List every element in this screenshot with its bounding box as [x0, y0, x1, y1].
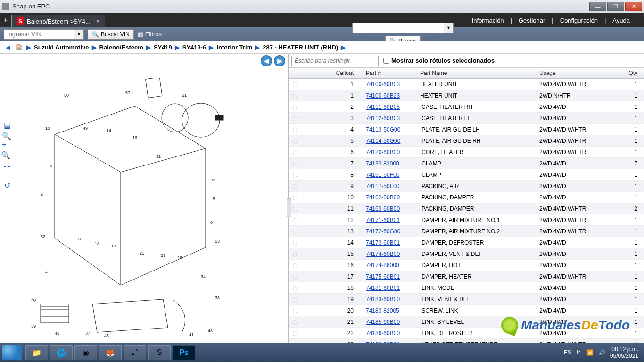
row-info-icon[interactable]: ◌ [289, 248, 301, 260]
crumb-1[interactable]: Baleno/Esteem [99, 44, 143, 51]
photoshop-icon[interactable]: Ps [173, 345, 195, 360]
vin-input[interactable] [4, 29, 74, 40]
table-row[interactable]: ◌174100-60B23HEATER UNIT2WD:N/HTR1 [289, 90, 644, 101]
tray-volume-icon[interactable]: 🔊 [598, 349, 605, 356]
table-row[interactable]: ◌1174163-60B00.PACKING, DAMPER2WD,4WD:W/… [289, 203, 644, 214]
table-row[interactable]: ◌2274186-60B00.LINK, DEFROSTER2WD,4WD1 [289, 328, 644, 339]
back-icon[interactable]: ◀ [4, 43, 12, 52]
row-info-icon[interactable]: ◌ [289, 169, 301, 181]
lang-indicator[interactable]: ES [564, 349, 571, 356]
part-link[interactable]: 74100-60B23 [366, 92, 400, 99]
row-info-icon[interactable]: ◌ [289, 158, 301, 169]
part-link[interactable]: 74162-60B00 [366, 194, 400, 201]
row-info-icon[interactable]: ◌ [289, 181, 301, 192]
explorer-icon[interactable]: 📁 [25, 345, 48, 360]
part-link[interactable]: 74133-82000 [366, 160, 399, 167]
table-row[interactable]: ◌1974183-60B00.LINK, VENT & DEF2WD,4WD1 [289, 294, 644, 305]
row-info-icon[interactable]: ◌ [289, 260, 301, 271]
maximize-button[interactable]: ☐ [607, 2, 624, 11]
app-tab[interactable]: S Baleno/Esteem >SY4... × [11, 15, 105, 27]
crumb-5[interactable]: 287 - HEATER UNIT (RHD) [263, 44, 338, 51]
snapon-icon[interactable]: S [148, 345, 171, 360]
row-info-icon[interactable]: ◌ [289, 147, 301, 158]
row-info-icon[interactable]: ◌ [289, 79, 301, 90]
search-dropdown[interactable]: ▼ [444, 23, 454, 33]
part-link[interactable]: 74163-60B00 [366, 206, 400, 212]
row-info-icon[interactable]: ◌ [289, 294, 301, 305]
table-row[interactable]: ◌1874181-60B01.LINK, MODE2WD,4WD1 [289, 282, 644, 294]
search-vin-button[interactable]: 🔍 Buscar VIN [88, 29, 134, 40]
table-row[interactable]: ◌874151-50F00.CLAMP2WD,4WD1 [289, 169, 644, 181]
next-diagram-button[interactable]: ▶ [274, 55, 285, 66]
part-link[interactable]: 74186-60B00 [366, 330, 400, 337]
edge-icon[interactable]: 🌐 [50, 345, 73, 360]
row-info-icon[interactable]: ◌ [289, 328, 301, 339]
row-info-icon[interactable]: ◌ [289, 316, 301, 328]
search-input[interactable] [352, 23, 444, 33]
prev-diagram-button[interactable]: ◀ [261, 55, 272, 66]
col-usage[interactable]: Usage [536, 68, 620, 79]
crumb-2[interactable]: SY419 [154, 44, 172, 51]
show-selected-toggle[interactable]: Mostrar sólo rótulos seleccionados [383, 57, 495, 64]
part-link[interactable]: 74114-50G00 [366, 138, 400, 144]
row-info-icon[interactable]: ◌ [289, 271, 301, 282]
tray-network-icon[interactable]: 📶 [586, 349, 594, 356]
col-name[interactable]: Part Name [416, 68, 536, 79]
col-part[interactable]: Part # [362, 68, 416, 79]
table-row[interactable]: ◌1674174-86000.DAMPER, HOT2WD,4WD1 [289, 260, 644, 271]
table-row[interactable]: ◌1374172-60G00.DAMPER, AIR MIXTURE NO.22… [289, 226, 644, 237]
filter-input[interactable] [291, 56, 379, 66]
crumb-4[interactable]: Interior Trim [216, 44, 252, 51]
part-link[interactable]: 74174-60B00 [366, 251, 400, 257]
row-info-icon[interactable]: ◌ [289, 101, 301, 113]
part-link[interactable]: 74112-60B03 [366, 115, 400, 122]
close-button[interactable]: ✕ [625, 2, 642, 11]
table-row[interactable]: ◌274111-60B05.CASE, HEATER RH2WD,4WD1 [289, 101, 644, 113]
part-link[interactable]: 74117-50F00 [366, 183, 399, 189]
minimize-button[interactable]: — [589, 2, 606, 11]
col-qty[interactable]: Qty [620, 68, 644, 79]
app1-icon[interactable]: 🖊 [124, 345, 146, 360]
parts-table-wrap[interactable]: Callout Part # Part Name Usage Qty ◌1741… [289, 68, 644, 362]
table-row[interactable]: ◌1274171-60B01.DAMPER, AIR MIXTURE NO.12… [289, 214, 644, 226]
diagram-area[interactable]: 505751 1092 524 491416 32308 653 31812 2… [0, 68, 288, 347]
part-link[interactable]: 74185-60B00 [366, 319, 400, 325]
table-row[interactable]: ◌674120-60B00.CORE, HEATER2WD,4WD:W/HTR1 [289, 147, 644, 158]
part-link[interactable]: 74113-50G00 [366, 126, 400, 133]
table-row[interactable]: ◌1474173-60B01.DAMPER, DEFROSTER2WD,4WD1 [289, 237, 644, 248]
table-row[interactable]: ◌974117-50F00.PACKING, AIR2WD,4WD1 [289, 181, 644, 192]
row-info-icon[interactable]: ◌ [289, 237, 301, 248]
part-link[interactable]: 74183-60B00 [366, 296, 400, 303]
row-info-icon[interactable]: ◌ [289, 113, 301, 124]
table-row[interactable]: ◌1774175-60B01.DAMPER, HEATER2WD,4WD:W/H… [289, 271, 644, 282]
row-info-icon[interactable]: ◌ [289, 226, 301, 237]
chrome-icon[interactable]: ◉ [74, 345, 97, 360]
row-info-icon[interactable]: ◌ [289, 135, 301, 147]
part-link[interactable]: 74181-60B01 [366, 285, 400, 291]
row-info-icon[interactable]: ◌ [289, 90, 301, 101]
part-link[interactable]: 74174-86000 [366, 262, 399, 269]
filters-link[interactable]: ▦ Filtros [138, 31, 162, 38]
crumb-3[interactable]: SY419-6 [182, 44, 206, 51]
row-info-icon[interactable]: ◌ [289, 305, 301, 316]
part-link[interactable]: 74120-60B00 [366, 149, 400, 156]
table-row[interactable]: ◌374112-60B03.CASE, HEATER LH2WD,4WD1 [289, 113, 644, 124]
vin-dropdown[interactable]: ▼ [74, 29, 84, 40]
row-info-icon[interactable]: ◌ [289, 124, 301, 135]
crumb-0[interactable]: Suzuki Automotive [34, 44, 89, 51]
part-link[interactable]: 74111-60B05 [366, 104, 400, 110]
table-row[interactable]: ◌1574174-60B00.DAMPER, VENT & DEF2WD,4WD… [289, 248, 644, 260]
tray-flag-icon[interactable]: 🏳 [576, 349, 582, 356]
table-row[interactable]: ◌1074162-60B00.PACKING, DAMPER2WD,4WD1 [289, 192, 644, 203]
part-link[interactable]: 74171-60B01 [366, 217, 400, 223]
table-row[interactable]: ◌174100-60B03HEATER UNIT2WD,4WD:W/HTR1 [289, 79, 644, 90]
part-link[interactable]: 74175-60B01 [366, 273, 400, 280]
table-row[interactable]: ◌2074183-82005.SCREW, LINK2WD,4WD1 [289, 305, 644, 316]
table-row[interactable]: ◌474113-50G00.PLATE, AIR GUIDE LH2WD,4WD… [289, 124, 644, 135]
part-link[interactable]: 74172-60G00 [366, 228, 400, 235]
table-row[interactable]: ◌2174185-60B00.LINK, BY LEVEL2WD,4WD1 [289, 316, 644, 328]
table-row[interactable]: ◌574114-50G00.PLATE, AIR GUIDE RH2WD,4WD… [289, 135, 644, 147]
start-button[interactable] [2, 345, 22, 360]
col-callout[interactable]: Callout [301, 68, 362, 79]
part-link[interactable]: 74100-60B03 [366, 81, 400, 88]
